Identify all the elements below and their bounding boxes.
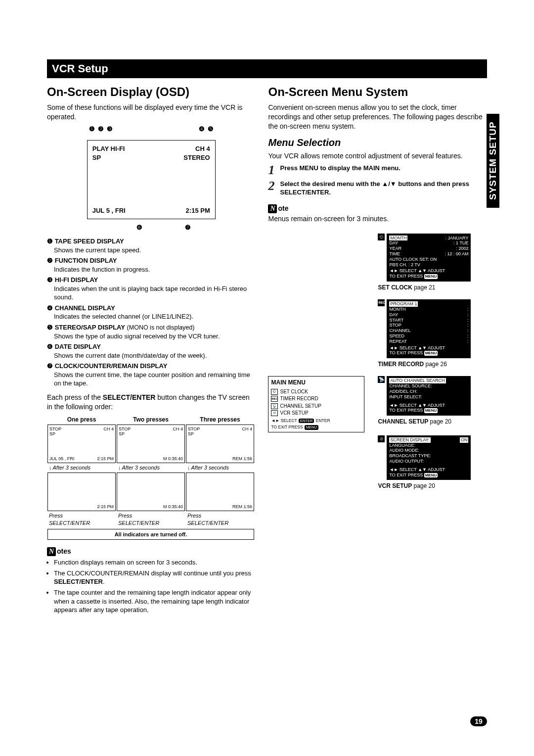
cell-br: M 0:35:40 [163,504,183,510]
side-tab: SYSTEM SETUP [487,114,499,208]
osd-date: JUL 5 , FRI [92,206,126,215]
line: LANGUAGE: [389,443,415,448]
each-press-bold: SELECT/ENTER [103,393,156,401]
menu-map: ⏲ MONTH: JANUARY DAY: 1 TUE YEAR: 2002 T… [268,234,487,495]
line: PBS CH. : 2 TV [389,262,420,267]
grid-cell: STOP CH 4 SP M 0:35:40 [117,425,185,463]
line-v: : [467,328,469,333]
menu-label: SET CLOCK [280,388,308,396]
item-desc: Shows the type of audio signal received … [54,332,255,341]
note-text: Menus remain on-screen for 3 minutes. [268,214,487,224]
item-7: ❼ CLOCK/COUNTER/REMAIN DISPLAY Shows the… [47,362,255,388]
cell-tl2: SP [49,431,55,437]
panel-foot1: ◄► SELECT ▲▼ ADJUST [389,467,468,472]
label-4: ❹ [199,125,205,134]
panel-foot1: ◄► SELECT ▲▼ ADJUST [389,403,468,408]
set-clock-panel: MONTH: JANUARY DAY: 1 TUE YEAR: 2002 TIM… [387,234,471,282]
item-title: CLOCK/COUNTER/REMAIN DISPLAY [55,362,168,370]
cell-tr: CH 4 [242,426,252,432]
label-1: ❶ [89,125,95,134]
panel-foot2: TO EXIT PRESS MENU [389,472,468,478]
between-2: After 3 seconds [116,463,185,472]
item-title: STEREO/SAP DISPLAY [55,324,125,331]
osd-box: PLAY HI-FI CH 4 SP STEREO JUL 5 , FRI 2:… [87,140,216,219]
item-5: ❺ STEREO/SAP DISPLAY (MONO is not displa… [47,323,255,340]
screen-icon: ⎚ [378,435,385,442]
item-title: DATE DISPLAY [55,343,101,350]
step-1: 1 Press MENU to display the MAIN menu. [268,164,487,177]
menu-sub-intro: Your VCR allows remote control adjustmen… [268,151,487,161]
line-v: ON [460,437,469,443]
osd-heading: On-Screen Display (OSD) [47,84,255,100]
item-desc: Indicates the selected channel (or LINE1… [54,312,255,321]
menu-heading: On-Screen Menu System [268,84,487,100]
cell-tr: CH 4 [173,426,183,432]
osd-intro: Some of these functions will be displaye… [47,103,255,122]
step-2-num: 2 [268,180,280,192]
note-label: ote [278,204,288,212]
each-press-pre: Each press of the [47,393,103,401]
item-desc: Indicates the function in progress. [54,265,255,274]
panel-foot1: ◄► SELECT ▲▼ ADJUST [389,268,468,274]
rec-icon: REC [271,396,278,402]
line: SCREEN DISPLAY: [389,437,430,443]
cell-bl: JUL 05 , FRI [49,456,74,462]
label-2: ❷ [98,125,104,134]
menu-label: VCR SETUP [280,410,308,417]
menu-label: TIMER RECORD [280,395,318,403]
main-menu-title: MAIN MENU [271,378,361,387]
line: MONTH [389,236,407,241]
note-n-icon: N [268,204,277,213]
item-num: ❹ [47,304,53,312]
channel-setup-panel: AUTO CHANNEL SEARCH CHANNEL SOURCE: ADD/… [387,376,471,416]
clock-icon: ⏲ [378,234,385,240]
antenna-icon: 📡 [271,403,278,409]
line: YEAR [389,246,401,251]
note-item: Function displays remain on screen for 3… [54,558,255,567]
osd-labels-bot: ❻ ❼ [87,223,216,232]
cell-br: REM 1:56 [232,456,252,462]
line: AUTO CHANNEL SEARCH [389,378,445,383]
line: INPUT SELECT: [389,394,422,399]
line: SPEED [389,333,404,339]
grid-cell: 2:15 PM [47,472,116,511]
cell-tl2: SP [188,431,194,437]
line-v: : [467,339,469,344]
vcr-setup-panel: SCREEN DISPLAY:ON LANGUAGE: AUDIO MODE: … [387,435,471,480]
item-num: ❶ [47,237,53,245]
item-4: ❹ CHANNEL DISPLAY Indicates the selected… [47,304,255,321]
rec-icon: REC [378,299,385,306]
notes: Notes Function displays remain on screen… [47,547,255,614]
item-desc: Shows the current tape speed. [54,246,255,255]
line: BROADCAST TYPE: [389,453,431,458]
line-v: : [467,318,469,323]
item-title: CHANNEL DISPLAY [55,304,115,312]
item-2: ❷ FUNCTION DISPLAY Indicates the functio… [47,256,255,274]
ref-vcr: VCR SETUP page 20 [378,482,487,490]
label-7: ❼ [185,223,191,232]
cell-tl2: SP [119,431,125,437]
antenna-icon: 📡 [378,376,385,383]
grid-head-3: Three presses [185,415,255,425]
line: AUDIO MODE: [389,448,419,453]
menu-label: CHANNEL SETUP [280,403,321,410]
right-column: On-Screen Menu System Convenient on-scre… [268,81,487,616]
panel-foot2: TO EXIT PRESS MENU [389,350,468,356]
note-item: The tape counter and the remaining tape … [54,588,255,614]
line-v: : [467,312,469,318]
menu-item: ⏲SET CLOCK [271,388,361,396]
menu-selection-sub: Menu Selection [268,136,487,149]
line: MONTH [389,307,405,312]
osd-time: 2:15 PM [186,206,210,215]
line-v: : [467,307,469,312]
panel-foot2: TO EXIT PRESS MENU [389,408,468,413]
label-5: ❺ [208,125,214,134]
cell-br: 2:15 PM [97,504,114,510]
timer-record-panel: PROGRAM 1 MONTH: DAY: START: STOP: CHANN… [387,299,471,358]
item-title: HI-FI DISPLAY [55,276,98,284]
between-b3: Press SELECT/ENTER [185,511,255,528]
line: CHANNEL SOURCE: [389,383,432,388]
line-v: : 2002 [456,246,468,251]
menu-item: ⎚VCR SETUP [271,410,361,417]
between-3: After 3 seconds [185,463,255,472]
